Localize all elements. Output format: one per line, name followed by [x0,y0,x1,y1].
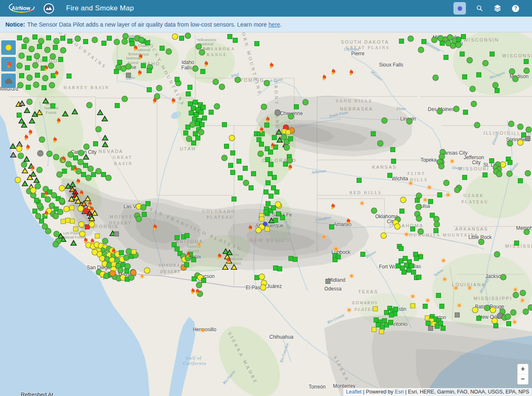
monitor-marker-gc[interactable] [156,85,163,91]
monitor-marker-gs[interactable] [202,116,207,121]
monitor-marker-gs[interactable] [230,170,235,175]
monitor-marker-ys[interactable] [379,329,384,334]
monitor-marker-gc[interactable] [27,99,33,105]
monitor-marker-gs[interactable] [495,88,500,93]
monitor-marker-gs[interactable] [58,57,63,62]
leaflet-link[interactable]: Leaflet [346,389,362,395]
monitor-marker-gs[interactable] [461,34,466,39]
monitor-marker-gc[interactable] [454,187,461,193]
monitor-marker-gs[interactable] [443,55,448,60]
monitor-marker-gs[interactable] [228,163,233,168]
monitor-marker-ys[interactable] [265,226,270,231]
monitor-marker-gc[interactable] [75,36,81,42]
monitor-marker-gs[interactable] [277,266,282,271]
monitor-marker-yc[interactable] [16,146,22,152]
monitor-marker-gs[interactable] [201,105,206,110]
monitor-marker-gc[interactable] [438,163,445,170]
monitor-marker-gc[interactable] [418,47,424,53]
fire-icon[interactable] [286,164,293,171]
monitor-marker-gs[interactable] [193,100,198,105]
monitor-marker-gs[interactable] [428,199,433,204]
fire-icon[interactable] [151,224,158,231]
monitor-marker-gc[interactable] [23,37,30,44]
fire-icon[interactable] [151,97,158,104]
monitor-marker-gc[interactable] [528,305,532,311]
monitor-marker-gs[interactable] [160,46,165,51]
monitor-marker-gc[interactable] [106,175,112,181]
monitor-marker-grs[interactable] [428,326,433,331]
zoom-in-button[interactable]: + [517,364,528,374]
monitor-marker-gs[interactable] [42,57,47,61]
monitor-marker-yt[interactable] [22,167,28,173]
monitor-marker-gc[interactable] [258,151,264,157]
monitor-marker-gc[interactable] [416,204,422,210]
monitor-marker-gc[interactable] [416,216,422,222]
monitor-marker-gc[interactable] [470,86,476,92]
monitor-marker-gc[interactable] [37,203,43,209]
monitor-marker-gs[interactable] [101,41,106,46]
monitor-marker-grc[interactable] [37,150,44,157]
monitor-marker-gs[interactable] [83,39,88,44]
monitor-marker-gc[interactable] [45,228,52,234]
monitor-marker-gs[interactable] [175,77,180,82]
monitor-marker-yc[interactable] [229,135,235,141]
monitor-marker-gs[interactable] [249,185,254,190]
monitor-marker-yc[interactable] [259,274,265,280]
monitor-marker-gc[interactable] [507,140,513,147]
monitor-marker-gs[interactable] [357,178,362,183]
monitor-marker-gs[interactable] [390,147,395,152]
monitor-marker-gc[interactable] [453,106,460,112]
monitor-marker-gs[interactable] [145,40,150,45]
monitor-marker-ys[interactable] [61,219,66,224]
monitor-marker-yc[interactable] [400,197,406,203]
monitor-marker-gs[interactable] [268,162,273,167]
monitor-marker-gt[interactable] [102,135,108,140]
monitor-marker-ys[interactable] [373,306,378,311]
monitor-marker-gc[interactable] [84,144,90,150]
monitor-marker-gs[interactable] [272,135,277,140]
monitor-marker-yc[interactable] [256,227,262,234]
monitor-marker-gs[interactable] [200,69,205,74]
monitor-marker-gs[interactable] [393,307,398,312]
monitor-marker-gc[interactable] [136,216,142,222]
monitor-marker-gs[interactable] [506,321,511,326]
monitor-marker-yc[interactable] [394,224,401,230]
monitor-marker-gs[interactable] [233,38,238,43]
monitor-marker-gs[interactable] [399,246,404,251]
fire-icon[interactable] [60,155,67,162]
monitor-marker-oc[interactable] [131,270,137,276]
monitor-marker-ys[interactable] [73,226,78,231]
monitor-marker-gc[interactable] [34,53,40,59]
monitor-marker-gt[interactable] [101,116,108,121]
monitor-marker-gs[interactable] [192,276,197,281]
monitor-marker-gc[interactable] [21,162,27,168]
monitor-marker-gc[interactable] [281,134,287,140]
monitor-marker-gc[interactable] [57,172,63,178]
monitor-marker-gs[interactable] [195,135,200,140]
monitor-marker-gc[interactable] [377,140,384,147]
fire-icon[interactable] [82,237,89,244]
fire-icon[interactable] [55,117,62,124]
monitor-marker-gs[interactable] [145,201,150,206]
monitor-marker-ys[interactable] [372,327,377,332]
monitor-marker-yc[interactable] [30,187,37,194]
fire-icon[interactable] [202,60,209,67]
monitor-marker-gt[interactable] [62,111,69,116]
monitor-marker-gc[interactable] [517,124,524,130]
monitor-marker-gs[interactable] [67,39,72,44]
monitor-marker-gc[interactable] [88,166,94,172]
monitor-marker-gs[interactable] [232,197,236,202]
monitor-marker-gs[interactable] [360,252,365,257]
fire-icon[interactable] [42,190,49,197]
monitor-marker-gs[interactable] [423,304,428,309]
monitor-marker-gs[interactable] [209,110,214,115]
monitor-marker-yc[interactable] [260,285,266,291]
monitor-marker-gs[interactable] [26,85,31,90]
airnow-logo[interactable]: AirNow [7,2,38,15]
zoom-out-button[interactable]: − [517,374,528,384]
monitor-marker-gc[interactable] [525,170,531,177]
fire-detection-dot[interactable] [335,248,337,250]
monitor-marker-gs[interactable] [460,52,465,57]
monitor-marker-gt[interactable] [71,108,78,114]
monitor-marker-yc[interactable] [89,221,95,228]
